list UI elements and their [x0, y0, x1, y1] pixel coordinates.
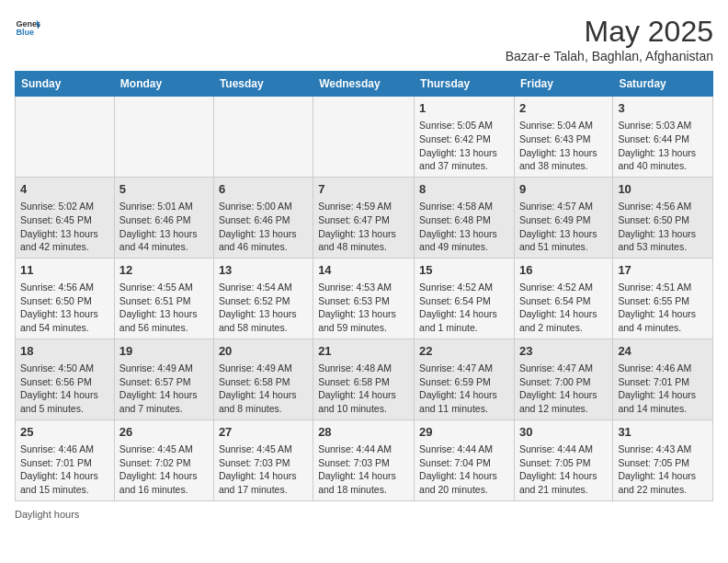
day-cell: 13Sunrise: 4:54 AM Sunset: 6:52 PM Dayli…	[213, 258, 313, 339]
day-info: Sunrise: 4:49 AM Sunset: 6:58 PM Dayligh…	[219, 362, 308, 416]
day-cell: 11Sunrise: 4:56 AM Sunset: 6:50 PM Dayli…	[16, 258, 115, 339]
day-cell: 10Sunrise: 4:56 AM Sunset: 6:50 PM Dayli…	[613, 177, 713, 258]
logo: General Blue	[15, 15, 40, 40]
day-number: 21	[318, 343, 409, 360]
day-number: 10	[618, 181, 708, 198]
calendar-table: SundayMondayTuesdayWednesdayThursdayFrid…	[15, 71, 713, 501]
day-info: Sunrise: 4:45 AM Sunset: 7:02 PM Dayligh…	[119, 442, 209, 497]
day-number: 20	[219, 343, 308, 360]
header-cell-wednesday: Wednesday	[313, 72, 415, 97]
header-cell-friday: Friday	[514, 72, 612, 97]
day-cell: 4Sunrise: 5:02 AM Sunset: 6:45 PM Daylig…	[16, 177, 115, 258]
header: General Blue May 2025 Bazar-e Talah, Bag…	[15, 15, 713, 63]
day-cell: 6Sunrise: 5:00 AM Sunset: 6:46 PM Daylig…	[213, 177, 313, 258]
day-info: Sunrise: 4:56 AM Sunset: 6:50 PM Dayligh…	[20, 281, 109, 335]
day-cell: 15Sunrise: 4:52 AM Sunset: 6:54 PM Dayli…	[415, 258, 515, 339]
day-info: Sunrise: 4:44 AM Sunset: 7:05 PM Dayligh…	[519, 442, 608, 497]
day-info: Sunrise: 4:58 AM Sunset: 6:48 PM Dayligh…	[419, 200, 509, 254]
month-title: May 2025	[506, 15, 713, 49]
day-info: Sunrise: 5:00 AM Sunset: 6:46 PM Dayligh…	[219, 200, 308, 254]
day-info: Sunrise: 4:54 AM Sunset: 6:52 PM Dayligh…	[219, 281, 308, 335]
day-number: 13	[219, 262, 308, 279]
day-cell: 25Sunrise: 4:46 AM Sunset: 7:01 PM Dayli…	[16, 419, 115, 500]
day-info: Sunrise: 4:46 AM Sunset: 7:01 PM Dayligh…	[20, 442, 109, 497]
day-cell: 2Sunrise: 5:04 AM Sunset: 6:43 PM Daylig…	[514, 97, 612, 178]
day-number: 22	[419, 343, 509, 360]
day-cell: 20Sunrise: 4:49 AM Sunset: 6:58 PM Dayli…	[213, 339, 313, 419]
day-info: Sunrise: 4:56 AM Sunset: 6:50 PM Dayligh…	[618, 200, 708, 254]
header-cell-thursday: Thursday	[415, 72, 515, 97]
week-row-2: 4Sunrise: 5:02 AM Sunset: 6:45 PM Daylig…	[16, 177, 713, 258]
week-row-4: 18Sunrise: 4:50 AM Sunset: 6:56 PM Dayli…	[16, 339, 713, 419]
day-number: 28	[318, 424, 409, 441]
title-block: May 2025 Bazar-e Talah, Baghlan, Afghani…	[506, 15, 713, 63]
week-row-3: 11Sunrise: 4:56 AM Sunset: 6:50 PM Dayli…	[16, 258, 713, 339]
day-cell: 21Sunrise: 4:48 AM Sunset: 6:58 PM Dayli…	[313, 339, 415, 419]
day-cell: 12Sunrise: 4:55 AM Sunset: 6:51 PM Dayli…	[114, 258, 213, 339]
day-info: Sunrise: 4:44 AM Sunset: 7:03 PM Dayligh…	[318, 442, 409, 497]
day-cell: 30Sunrise: 4:44 AM Sunset: 7:05 PM Dayli…	[514, 419, 612, 500]
day-info: Sunrise: 4:44 AM Sunset: 7:04 PM Dayligh…	[419, 442, 509, 497]
day-cell: 27Sunrise: 4:45 AM Sunset: 7:03 PM Dayli…	[213, 419, 313, 500]
header-cell-saturday: Saturday	[613, 72, 713, 97]
day-info: Sunrise: 4:59 AM Sunset: 6:47 PM Dayligh…	[318, 200, 409, 254]
day-info: Sunrise: 4:48 AM Sunset: 6:58 PM Dayligh…	[318, 362, 409, 416]
day-number: 25	[20, 424, 109, 441]
day-cell: 31Sunrise: 4:43 AM Sunset: 7:05 PM Dayli…	[613, 419, 713, 500]
day-number: 4	[20, 181, 109, 198]
daylight-label: Daylight hours	[15, 509, 79, 520]
day-cell: 29Sunrise: 4:44 AM Sunset: 7:04 PM Dayli…	[415, 419, 515, 500]
day-cell: 3Sunrise: 5:03 AM Sunset: 6:44 PM Daylig…	[613, 97, 713, 178]
header-cell-tuesday: Tuesday	[213, 72, 313, 97]
day-number: 7	[318, 181, 409, 198]
day-cell	[313, 97, 415, 178]
day-info: Sunrise: 4:45 AM Sunset: 7:03 PM Dayligh…	[219, 442, 308, 497]
day-number: 16	[519, 262, 608, 279]
day-info: Sunrise: 4:43 AM Sunset: 7:05 PM Dayligh…	[618, 442, 708, 497]
day-info: Sunrise: 5:01 AM Sunset: 6:46 PM Dayligh…	[119, 200, 209, 254]
day-cell: 17Sunrise: 4:51 AM Sunset: 6:55 PM Dayli…	[613, 258, 713, 339]
day-info: Sunrise: 5:05 AM Sunset: 6:42 PM Dayligh…	[419, 119, 509, 173]
header-row: SundayMondayTuesdayWednesdayThursdayFrid…	[16, 72, 713, 97]
footer: Daylight hours	[15, 509, 713, 520]
day-info: Sunrise: 5:02 AM Sunset: 6:45 PM Dayligh…	[20, 200, 109, 254]
day-number: 29	[419, 424, 509, 441]
day-number: 26	[119, 424, 209, 441]
day-cell: 23Sunrise: 4:47 AM Sunset: 7:00 PM Dayli…	[514, 339, 612, 419]
day-cell: 14Sunrise: 4:53 AM Sunset: 6:53 PM Dayli…	[313, 258, 415, 339]
day-cell	[114, 97, 213, 178]
day-number: 18	[20, 343, 109, 360]
day-number: 15	[419, 262, 509, 279]
day-info: Sunrise: 4:51 AM Sunset: 6:55 PM Dayligh…	[618, 281, 708, 335]
day-info: Sunrise: 4:50 AM Sunset: 6:56 PM Dayligh…	[20, 362, 109, 416]
day-info: Sunrise: 4:46 AM Sunset: 7:01 PM Dayligh…	[618, 362, 708, 416]
logo-icon: General Blue	[15, 15, 40, 40]
day-cell: 8Sunrise: 4:58 AM Sunset: 6:48 PM Daylig…	[415, 177, 515, 258]
day-number: 3	[618, 100, 708, 117]
day-cell: 9Sunrise: 4:57 AM Sunset: 6:49 PM Daylig…	[514, 177, 612, 258]
day-number: 5	[119, 181, 209, 198]
day-number: 19	[119, 343, 209, 360]
day-number: 12	[119, 262, 209, 279]
day-number: 23	[519, 343, 608, 360]
day-number: 17	[618, 262, 708, 279]
header-cell-sunday: Sunday	[16, 72, 115, 97]
day-number: 1	[419, 100, 509, 117]
week-row-1: 1Sunrise: 5:05 AM Sunset: 6:42 PM Daylig…	[16, 97, 713, 178]
day-cell: 5Sunrise: 5:01 AM Sunset: 6:46 PM Daylig…	[114, 177, 213, 258]
svg-text:Blue: Blue	[16, 28, 34, 37]
day-cell: 28Sunrise: 4:44 AM Sunset: 7:03 PM Dayli…	[313, 419, 415, 500]
day-cell: 7Sunrise: 4:59 AM Sunset: 6:47 PM Daylig…	[313, 177, 415, 258]
day-number: 14	[318, 262, 409, 279]
day-cell	[213, 97, 313, 178]
day-number: 24	[618, 343, 708, 360]
day-info: Sunrise: 5:04 AM Sunset: 6:43 PM Dayligh…	[519, 119, 608, 173]
day-cell: 22Sunrise: 4:47 AM Sunset: 6:59 PM Dayli…	[415, 339, 515, 419]
day-cell	[16, 97, 115, 178]
day-info: Sunrise: 5:03 AM Sunset: 6:44 PM Dayligh…	[618, 119, 708, 173]
subtitle: Bazar-e Talah, Baghlan, Afghanistan	[506, 49, 713, 63]
day-info: Sunrise: 4:53 AM Sunset: 6:53 PM Dayligh…	[318, 281, 409, 335]
day-cell: 26Sunrise: 4:45 AM Sunset: 7:02 PM Dayli…	[114, 419, 213, 500]
calendar-header: SundayMondayTuesdayWednesdayThursdayFrid…	[16, 72, 713, 97]
day-number: 9	[519, 181, 608, 198]
